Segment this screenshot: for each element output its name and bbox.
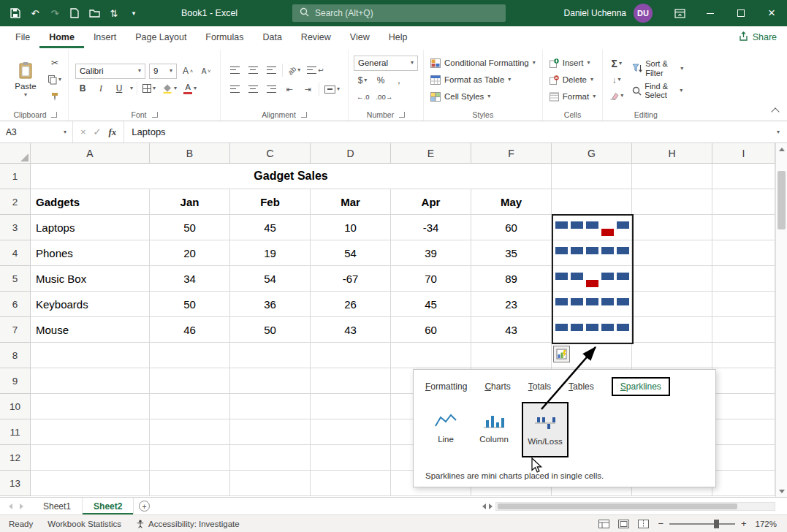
orientation-button[interactable]: ab▾ (286, 63, 302, 77)
name-box[interactable]: A3 ▾ (0, 121, 73, 142)
cell-E6[interactable]: 45 (391, 292, 471, 317)
percent-format-button[interactable]: % (373, 73, 388, 88)
cell-H6[interactable] (632, 292, 712, 317)
row-header-7[interactable]: 7 (0, 317, 31, 343)
align-bottom-button[interactable] (264, 63, 278, 77)
workbook-statistics-button[interactable]: Workbook Statistics (47, 520, 121, 528)
cell-B2[interactable]: Jan (150, 189, 230, 215)
cut-button[interactable]: ✂ (47, 56, 63, 70)
column-header-B[interactable]: B (150, 143, 230, 164)
cell-B6[interactable]: 50 (150, 292, 230, 317)
formula-bar-expand-icon[interactable]: ▾ (777, 129, 787, 135)
qa-tab-charts[interactable]: Charts (484, 379, 510, 395)
number-format-combo[interactable]: General▾ (354, 56, 418, 71)
scroll-down-button[interactable] (776, 485, 787, 497)
cancel-icon[interactable]: × (80, 126, 86, 137)
dialog-launcher-icon[interactable] (301, 112, 307, 118)
italic-button[interactable]: I (94, 81, 108, 96)
column-header-C[interactable]: C (230, 143, 311, 164)
open-folder-icon[interactable] (85, 4, 104, 23)
cell-D8[interactable] (311, 343, 391, 368)
copy-button[interactable]: ▾ (47, 72, 63, 87)
row-header-3[interactable]: 3 (0, 215, 31, 240)
cell-G1[interactable] (552, 164, 632, 189)
cell-F4[interactable]: 35 (471, 240, 552, 266)
cell-E2[interactable]: Apr (391, 189, 471, 215)
horizontal-scroll-track[interactable] (495, 502, 775, 511)
zoom-level[interactable]: 172% (756, 520, 777, 528)
close-button[interactable]: × (756, 0, 787, 26)
cell-H3[interactable] (632, 215, 712, 240)
cell-A6[interactable]: Keyboards (31, 292, 150, 317)
tab-home[interactable]: Home (39, 26, 84, 48)
cell-D5[interactable]: -67 (311, 266, 391, 292)
cell-D3[interactable]: 10 (311, 215, 391, 240)
normal-view-button[interactable] (598, 520, 609, 528)
qa-tab-tables[interactable]: Tables (569, 379, 594, 395)
insert-function-icon[interactable]: fx (109, 126, 117, 138)
cell-I7[interactable] (712, 317, 775, 343)
dialog-launcher-icon[interactable] (399, 112, 405, 118)
underline-button[interactable]: U (112, 81, 126, 96)
dialog-launcher-icon[interactable] (152, 112, 158, 118)
add-sheet-button[interactable]: + (134, 498, 154, 514)
dialog-launcher-icon[interactable] (51, 112, 57, 118)
cell-F8[interactable] (471, 343, 552, 368)
next-sheet-icon[interactable] (20, 503, 23, 509)
find-select-button[interactable]: Find & Select ▾ (632, 82, 683, 100)
cell-A2[interactable]: Gadgets (31, 189, 150, 215)
undo-icon[interactable]: ↶ (26, 4, 45, 23)
cell-C10[interactable] (230, 394, 311, 419)
align-middle-button[interactable] (246, 63, 260, 77)
sheet-tab-sheet1[interactable]: Sheet1 (32, 498, 83, 514)
cell-I4[interactable] (712, 240, 775, 266)
cell-C7[interactable]: 50 (230, 317, 311, 343)
minimize-button[interactable] (695, 0, 726, 26)
cell-G4-sparkline[interactable] (552, 240, 632, 266)
cell-I6[interactable] (712, 292, 775, 317)
qa-option-win-loss[interactable]: Win/Loss (522, 402, 569, 457)
scroll-right-icon[interactable] (489, 503, 493, 509)
align-right-button[interactable] (264, 82, 278, 96)
cell-H7[interactable] (632, 317, 712, 343)
row-header-13[interactable]: 13 (0, 471, 31, 496)
column-header-H[interactable]: H (632, 143, 712, 164)
cell-I12[interactable] (712, 445, 775, 471)
cell-C2[interactable]: Feb (230, 189, 311, 215)
qa-option-column[interactable]: Column (474, 402, 514, 453)
format-cells-button[interactable]: Format ▾ (548, 89, 597, 104)
delete-cells-button[interactable]: Delete ▾ (548, 72, 597, 87)
qa-option-line[interactable]: Line (425, 402, 466, 453)
maximize-button[interactable] (726, 0, 756, 26)
zoom-in-button[interactable]: + (741, 518, 747, 529)
scroll-left-icon[interactable] (482, 503, 486, 509)
vertical-scroll-thumb[interactable] (778, 171, 786, 229)
cell-F5[interactable]: 89 (471, 266, 552, 292)
wrap-text-button[interactable]: ↩ (305, 63, 325, 77)
cell-D2[interactable]: Mar (311, 189, 391, 215)
cell-D4[interactable]: 54 (311, 240, 391, 266)
align-left-button[interactable] (227, 82, 242, 96)
enter-icon[interactable]: ✓ (94, 126, 102, 137)
cell-D7[interactable]: 43 (311, 317, 391, 343)
cell-D12[interactable] (311, 445, 391, 471)
page-layout-view-button[interactable] (618, 520, 629, 528)
ribbon-display-options-icon[interactable] (664, 0, 695, 26)
cell-F2[interactable]: May (471, 189, 552, 215)
cell-G2[interactable] (552, 189, 632, 215)
conditional-formatting-button[interactable]: Conditional Formatting ▾ (429, 56, 537, 70)
bold-button[interactable]: B (75, 81, 90, 96)
tab-insert[interactable]: Insert (84, 26, 126, 48)
cell-A1-title[interactable]: Gadget Sales (31, 164, 552, 189)
cell-B5[interactable]: 34 (150, 266, 230, 292)
cell-H8[interactable] (632, 343, 712, 368)
cell-H4[interactable] (632, 240, 712, 266)
qa-tab-sparklines[interactable]: Sparklines (612, 377, 670, 396)
fill-button[interactable]: ↓▾ (608, 72, 625, 87)
formula-input[interactable]: Laptops (124, 126, 777, 137)
cell-E7[interactable]: 60 (391, 317, 471, 343)
cell-G3-sparkline[interactable] (552, 215, 632, 240)
row-header-10[interactable]: 10 (0, 394, 31, 419)
cell-B3[interactable]: 50 (150, 215, 230, 240)
font-size-combo[interactable]: 9▾ (149, 64, 177, 79)
